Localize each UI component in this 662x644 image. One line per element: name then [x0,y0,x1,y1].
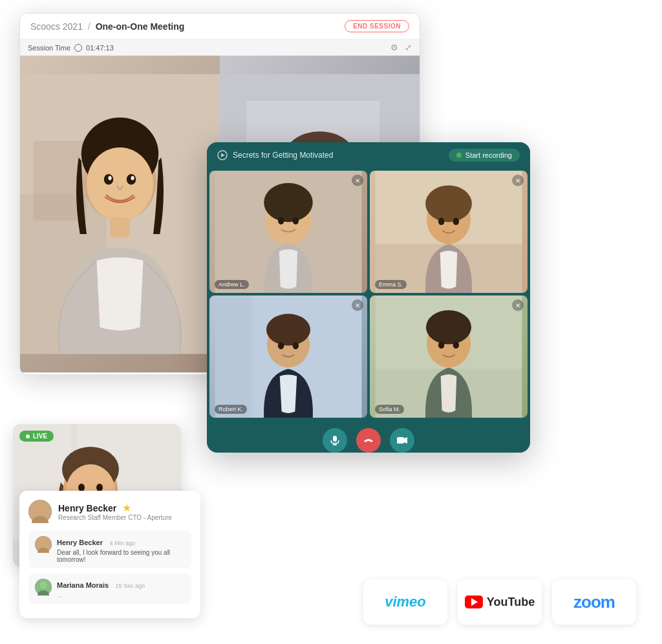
breadcrumb-current: One-on-One Meeting [96,21,185,32]
svg-point-57 [438,341,444,349]
svg-point-44 [425,186,472,222]
play-circle-icon [217,150,228,160]
record-label: Start recording [465,151,512,159]
group-video-grid: ✕ Andrew L. ✕ Emma S. [207,168,530,420]
session-time: Session Time 01:47:13 [28,44,114,52]
svg-point-56 [426,310,471,345]
msg-2-text: ... [57,592,185,599]
end-call-button[interactable] [356,428,381,453]
live-badge-label: LIVE [33,433,47,440]
group-participant-1-video [209,171,367,293]
msg-1-text: Dear all, I look forward to seeing you a… [57,549,185,563]
chat-name-text: Henry Becker [58,503,116,513]
svg-point-52 [293,342,299,349]
msg-2-time: 15 Sec ago [116,583,145,589]
camera-button[interactable] [390,428,414,453]
svg-rect-59 [333,436,337,442]
session-bar-icons: ⚙ ⤢ [390,43,412,52]
msg-1-sender: Henry Becker [57,539,103,546]
record-dot [456,153,462,158]
msg-1-avatar [35,536,52,553]
chat-message-2: Mariana Morais 15 Sec ago ... [28,574,191,604]
svg-rect-62 [397,437,404,444]
svg-point-50 [266,314,310,345]
group-cell-4: ✕ Sofia M. [370,295,528,418]
breadcrumb: Scoocs 2021 / One-on-One Meeting [30,21,184,32]
svg-point-31 [40,581,47,589]
group-participant-2-video [370,171,528,293]
live-badge: LIVE [19,431,54,442]
fullscreen-icon[interactable]: ⤢ [405,43,412,52]
breadcrumb-prefix: Scoocs 2021 [30,21,83,32]
svg-marker-63 [404,437,407,444]
end-session-button[interactable]: END SESSION [345,20,409,32]
live-indicator-dot [26,435,30,438]
group-participant-4-video [370,295,528,418]
svg-point-25 [35,503,45,515]
cell-4-label: Sofia M. [375,405,404,414]
youtube-play-icon [471,598,478,606]
svg-point-45 [438,218,444,225]
record-button[interactable]: Start recording [449,149,520,162]
msg-1-content: Henry Becker 4 Min ago Dear all, I look … [57,536,185,563]
star-icon: ★ [122,502,131,513]
youtube-icon [465,596,483,608]
zoom-logo: zoom [573,592,615,612]
vimeo-logo: vimeo [385,594,426,610]
session-bar: Session Time 01:47:13 ⚙ ⤢ [20,39,420,56]
svg-point-9 [131,176,134,180]
svg-point-39 [278,217,284,224]
svg-point-7 [127,174,136,184]
chat-panel: Henry Becker ★ Research Staff Member CTO… [19,491,200,618]
svg-point-5 [87,147,153,220]
cell-1-close-button[interactable]: ✕ [352,175,363,186]
chat-user-info: Henry Becker ★ Research Staff Member CTO… [28,500,191,523]
svg-point-46 [453,218,459,225]
group-header: Secrets for Getting Motivated Start reco… [207,142,530,168]
cell-1-label: Andrew L. [215,280,249,289]
cell-2-close-button[interactable]: ✕ [512,175,524,186]
svg-point-38 [264,183,313,222]
video-cell-participant-1 [20,56,220,372]
chat-message-1: Henry Becker 4 Min ago Dear all, I look … [28,531,191,568]
msg-2-avatar [35,579,52,596]
youtube-logo: YouTube [465,596,535,609]
msg-1-time: 4 Min ago [109,540,135,546]
chat-user-name: Henry Becker ★ [58,502,172,514]
chat-user-avatar [28,500,52,523]
zoom-logo-card: zoom [552,579,636,625]
svg-point-51 [278,342,284,349]
svg-point-8 [108,176,111,180]
chat-user-details: Henry Becker ★ Research Staff Member CTO… [58,502,172,521]
svg-point-6 [104,174,113,184]
logos-section: vimeo YouTube zoom [363,579,636,625]
svg-point-58 [453,341,459,349]
cell-4-close-button[interactable]: ✕ [512,299,524,311]
breadcrumb-separator: / [88,21,93,32]
youtube-text: YouTube [487,596,535,609]
svg-point-40 [293,217,299,224]
clock-icon [74,44,82,52]
svg-rect-10 [110,217,130,237]
group-cell-2: ✕ Emma S. [370,171,528,293]
settings-icon[interactable]: ⚙ [390,43,398,52]
group-controls [207,420,530,453]
cell-3-label: Robert K. [215,405,247,414]
participant-1-video [20,56,220,372]
group-title: Secrets for Getting Motivated [233,151,333,160]
svg-marker-34 [221,153,225,157]
session-time-label: Session Time [28,44,70,52]
mic-button[interactable] [323,428,347,453]
chat-user-title: Research Staff Member CTO - Aperture [58,514,172,521]
svg-point-28 [40,539,47,546]
msg-2-sender: Mariana Morais [57,581,109,589]
session-time-value: 01:47:13 [86,44,114,52]
youtube-logo-card: YouTube [458,579,542,625]
msg-2-content: Mariana Morais 15 Sec ago ... [57,579,185,599]
main-header: Scoocs 2021 / One-on-One Meeting END SES… [20,14,420,39]
cell-3-close-button[interactable]: ✕ [352,299,363,311]
group-video-window: Secrets for Getting Motivated Start reco… [207,142,530,453]
group-cell-1: ✕ Andrew L. [209,171,367,293]
group-header-left: Secrets for Getting Motivated [217,150,333,160]
group-cell-3: ✕ Robert K. [209,295,367,418]
